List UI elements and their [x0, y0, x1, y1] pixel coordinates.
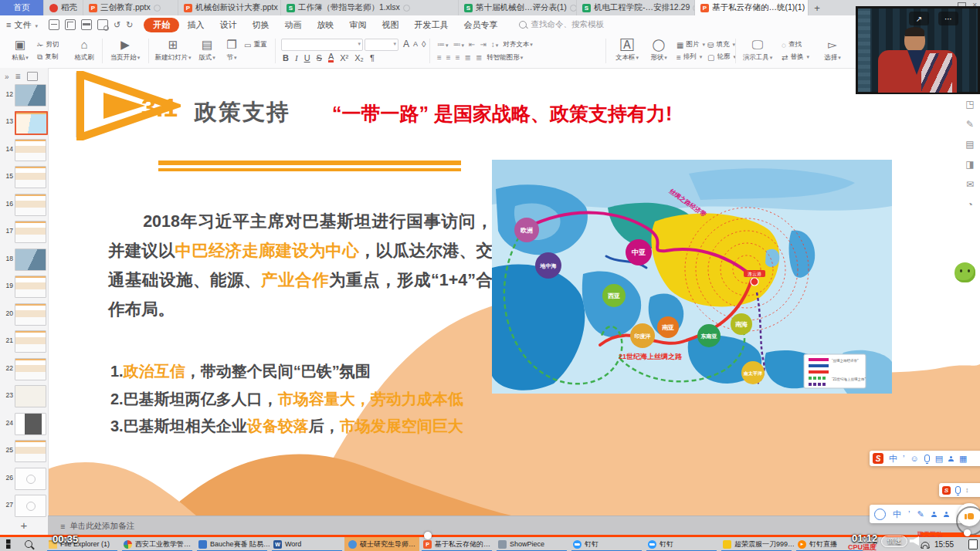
- font-family-select[interactable]: [281, 39, 363, 51]
- tab-document[interactable]: S 工作簿（带指导老师）1.xlsx: [281, 0, 459, 15]
- export-icon[interactable]: [65, 19, 76, 30]
- clock[interactable]: 15:55: [934, 540, 954, 549]
- live-app-icon[interactable]: [874, 509, 886, 520]
- slide-thumbnail[interactable]: 17: [0, 220, 48, 243]
- volume-slider-handle[interactable]: [964, 529, 971, 536]
- more-options-button[interactable]: ⋯: [938, 12, 958, 25]
- print-icon[interactable]: [81, 19, 92, 30]
- taskbar-item-app[interactable]: Bauche賽番 貼易…: [195, 536, 270, 551]
- more-text-tools-icon[interactable]: ¶: [370, 53, 375, 63]
- split-view-icon[interactable]: ◨: [965, 159, 974, 170]
- command-search[interactable]: 查找命令、搜索模板: [519, 19, 604, 30]
- tab-docer[interactable]: 稻壳: [44, 0, 83, 15]
- taskbar-item-showpiece[interactable]: ShowPiece: [494, 536, 569, 551]
- language-toggle-icon[interactable]: 中: [893, 510, 901, 519]
- tab-membership[interactable]: 会员专享: [456, 18, 505, 32]
- taskbar-item-app[interactable]: 超荣震服一刀999…: [719, 536, 794, 551]
- playback-playhead[interactable]: [424, 532, 432, 539]
- cut-button[interactable]: ✁剪切: [37, 40, 59, 49]
- history-panel-icon[interactable]: ◔: [967, 199, 972, 210]
- tab-slideshow[interactable]: 放映: [309, 18, 341, 32]
- layout-button[interactable]: ▤ 版式: [195, 37, 219, 63]
- network-icon[interactable]: [921, 542, 930, 549]
- slide-thumbnail[interactable]: 20: [0, 303, 48, 326]
- skin-icon[interactable]: [948, 456, 954, 461]
- strikethrough-button[interactable]: S: [317, 53, 322, 63]
- section-title[interactable]: 政策支持: [195, 97, 290, 128]
- belt-and-road-map[interactable]: 丝绸之路经济带 21世纪海上丝绸之路 连云港 欧洲 地中海 中亚 西亚 印度洋 …: [492, 160, 892, 394]
- outline-button[interactable]: ▢轮廓: [707, 52, 736, 62]
- slide-thumbnail[interactable]: 18: [0, 248, 48, 271]
- taskbar-search-icon[interactable]: [25, 540, 32, 548]
- print-preview-icon[interactable]: [97, 19, 108, 30]
- punctuation-icon[interactable]: ’: [908, 510, 910, 519]
- camera-feed-window[interactable]: ↗ ⋯: [856, 6, 980, 94]
- font-size-select[interactable]: [365, 39, 398, 51]
- tab-insert[interactable]: 插入: [179, 18, 212, 32]
- slide-thumbnail[interactable]: 23: [0, 384, 48, 407]
- object-panel-icon[interactable]: ◳: [965, 99, 974, 110]
- decrease-indent-button[interactable]: ⇤: [469, 40, 475, 49]
- add-slide-button[interactable]: +: [0, 519, 48, 532]
- slide-thumbnail[interactable]: 14: [0, 138, 48, 161]
- playback-speed-button[interactable]: 倍速: [881, 536, 907, 547]
- taskbar-item-dingtalk[interactable]: 钉钉: [644, 536, 719, 551]
- taskbar-item-browser[interactable]: 西安工业教学管…: [120, 536, 195, 551]
- picture-button[interactable]: ▦图片: [677, 40, 705, 49]
- paste-button[interactable]: ▣ 粘贴: [6, 37, 34, 63]
- numbered-list-button[interactable]: ≕: [453, 40, 465, 49]
- bold-button[interactable]: B: [283, 53, 289, 63]
- taskbar-item-active[interactable]: 硕士研究生导师…: [344, 536, 419, 551]
- tab-transition[interactable]: 切换: [244, 18, 276, 32]
- speaker-list-icon[interactable]: [944, 512, 949, 517]
- taskbar-item-word[interactable]: W Word: [270, 536, 344, 551]
- slide-thumbnail-active[interactable]: 13: [0, 110, 48, 134]
- tab-animation[interactable]: 动画: [276, 18, 309, 32]
- line-spacing-button[interactable]: ↕: [491, 40, 499, 49]
- align-left-button[interactable]: ≡: [437, 53, 442, 63]
- start-button[interactable]: [6, 539, 15, 549]
- fill-button[interactable]: ⛁填充: [707, 40, 735, 49]
- collapse-panel-icon[interactable]: »: [5, 73, 9, 81]
- section-number[interactable]: 3.1: [141, 93, 178, 123]
- slide-thumbnail[interactable]: 16: [0, 193, 48, 216]
- slide-thumbnail[interactable]: 26: [0, 467, 48, 490]
- text-box-button[interactable]: 🄰 文本框: [612, 37, 643, 63]
- align-right-button[interactable]: ≡: [456, 53, 460, 63]
- edit-panel-icon[interactable]: ✎: [966, 119, 974, 130]
- tab-document[interactable]: P 机械创新设计大赛.pptx: [178, 0, 281, 15]
- volume-slider[interactable]: [921, 532, 970, 535]
- sogou-logo-icon[interactable]: S: [873, 453, 883, 464]
- replace-button[interactable]: ⇄替换: [782, 52, 809, 62]
- tab-view[interactable]: 视图: [374, 18, 406, 32]
- body-paragraph[interactable]: 2018年习近平主席对巴基斯坦进行国事访问，并建议以中巴经济走廊建设为中心，以瓜…: [108, 207, 493, 324]
- bullet-list-button[interactable]: ≔: [437, 40, 449, 49]
- slide-thumbnail[interactable]: 24: [0, 412, 48, 435]
- file-menu[interactable]: ≡ 文件: [0, 19, 44, 31]
- expand-arrows-icon[interactable]: ↕: [965, 487, 969, 494]
- assistant-mascot[interactable]: [955, 262, 975, 282]
- distribute-button[interactable]: ≣: [476, 53, 482, 63]
- format-painter-button[interactable]: ⌂ 格式刷: [71, 37, 97, 63]
- align-center-button[interactable]: ≡: [446, 53, 451, 63]
- tab-document[interactable]: S 机电工程学院-…安排12.29: [577, 0, 695, 15]
- punctuation-icon[interactable]: ’: [903, 455, 904, 463]
- language-toggle-icon[interactable]: 中: [889, 455, 897, 463]
- voice-input-icon[interactable]: [955, 486, 961, 494]
- thumbnail-view-icon[interactable]: [27, 72, 38, 81]
- find-button[interactable]: ◌查找: [782, 40, 802, 49]
- slide-thumbnail[interactable]: 15: [0, 165, 48, 188]
- pen-icon[interactable]: ✎: [917, 510, 924, 519]
- playback-progress-bar[interactable]: [0, 535, 980, 537]
- notification-center-icon[interactable]: [968, 539, 978, 549]
- new-tab-button[interactable]: +: [809, 0, 826, 15]
- increase-indent-button[interactable]: ⇥: [480, 40, 486, 49]
- sogou-logo-icon[interactable]: S: [942, 486, 951, 495]
- slide-thumbnail[interactable]: 21: [0, 330, 48, 353]
- justify-button[interactable]: ≣: [465, 53, 471, 63]
- slide-thumbnail[interactable]: 19: [0, 275, 48, 298]
- notes-panel-icon[interactable]: ▤: [965, 139, 974, 150]
- taskbar-item-wps[interactable]: P 基于私云存储的…: [419, 536, 494, 551]
- members-icon[interactable]: [931, 512, 937, 517]
- tab-developer[interactable]: 开发工具: [406, 18, 456, 32]
